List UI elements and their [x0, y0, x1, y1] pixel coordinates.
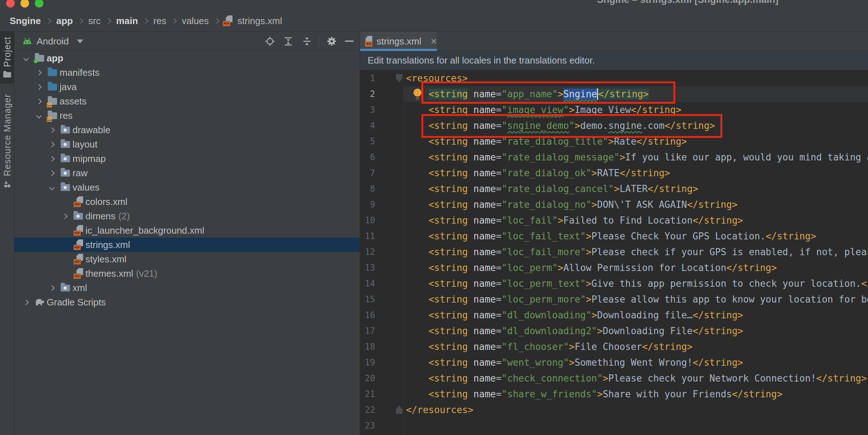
chevron-down-icon[interactable]	[23, 55, 29, 61]
line-number: 23	[360, 418, 375, 434]
xml-file-icon: <>	[74, 254, 83, 265]
gradle-elephant-icon	[34, 298, 45, 307]
chevron-right-icon[interactable]	[23, 299, 29, 305]
tree-item-label: mipmap	[73, 153, 106, 164]
f-res-folder-icon	[61, 155, 70, 162]
code-line-text: <string name="loc_perm_text">Give this a…	[406, 276, 868, 291]
breadcrumb-item-app[interactable]: app	[55, 15, 74, 27]
code-line-11: 11 <string name="loc_fail_text">Please C…	[360, 228, 868, 244]
code-line-6: 6 <string name="rate_dialog_message">If …	[360, 149, 868, 165]
tab-strings-xml[interactable]: <> strings.xml ×	[360, 32, 437, 51]
toolbar-separator	[319, 35, 319, 47]
breadcrumb-item-sngine[interactable]: Sngine	[8, 15, 42, 27]
f-res-folder-icon	[61, 285, 70, 291]
breadcrumb-separator-icon	[78, 18, 84, 24]
chevron-right-icon[interactable]	[62, 213, 67, 219]
tree-item-manifests[interactable]: manifests	[14, 65, 360, 80]
f-cfg-folder-icon	[48, 98, 57, 105]
tool-button-resource-manager-label: Resource Manager	[2, 94, 13, 176]
tree-item-assets[interactable]: assets	[14, 94, 360, 108]
chevron-right-icon[interactable]	[36, 98, 42, 104]
tree-item-drawable[interactable]: drawable	[14, 123, 360, 137]
project-panel-header: Android	[14, 32, 360, 51]
folder-icon	[3, 71, 11, 78]
f-app-folder-icon	[35, 55, 44, 62]
tree-item-res[interactable]: res	[14, 108, 360, 123]
close-tab-icon[interactable]: ×	[430, 37, 437, 46]
line-number: 17	[360, 323, 375, 339]
close-button[interactable]	[6, 0, 15, 8]
project-view-selector-label: Android	[37, 36, 69, 47]
code-line-text: <string name="loc_fail">Failed to Find L…	[406, 212, 868, 228]
tree-item-values[interactable]: values	[14, 180, 360, 195]
code-line-text: <string name="loc_perm_more">Please allo…	[406, 291, 868, 307]
xml-file-icon: <>	[223, 15, 233, 26]
tree-item-app[interactable]: app	[14, 51, 360, 65]
fold-marker-icon[interactable]	[396, 74, 402, 82]
breadcrumb-item-strings-xml[interactable]: strings.xml	[236, 15, 284, 27]
line-number: 4	[360, 118, 375, 134]
editor-tab-bar: <> strings.xml ×	[360, 32, 868, 51]
tree-item-raw[interactable]: raw	[14, 166, 360, 180]
annotation-box-sngine-demo	[421, 114, 722, 138]
f-res-folder-icon	[61, 141, 70, 148]
settings-gear-icon[interactable]	[327, 37, 336, 46]
tree-item-xml[interactable]: xml	[14, 281, 360, 295]
f-res-folder-icon	[61, 184, 70, 191]
tree-item-strings-xml[interactable]: <>strings.xml	[14, 238, 360, 252]
chevron-right-icon[interactable]	[36, 84, 42, 90]
chevron-right-icon[interactable]	[49, 127, 55, 133]
breadcrumb-item-res[interactable]: res	[152, 15, 168, 27]
line-number: 22	[360, 402, 375, 418]
tree-item-java[interactable]: java	[14, 80, 360, 94]
chevron-right-icon[interactable]	[49, 170, 55, 176]
chevron-right-icon[interactable]	[36, 70, 42, 75]
tree-item-colors-xml[interactable]: <>colors.xml	[14, 195, 360, 209]
tree-item-mipmap[interactable]: mipmap	[14, 151, 360, 166]
breadcrumb-separator-icon	[214, 18, 219, 24]
line-number: 7	[360, 165, 375, 181]
code-line-9: 9 <string name="rate_dialog_no">DON\'T A…	[360, 197, 868, 212]
line-number: 2	[360, 86, 375, 102]
tree-item-label: Gradle Scripts	[47, 297, 106, 308]
tree-item-themes-xml[interactable]: <>themes.xml(v21)	[14, 266, 360, 281]
locate-icon[interactable]	[265, 37, 275, 46]
chevron-down-icon[interactable]	[49, 184, 55, 190]
code-line-8: 8 <string name="rate_dialog_cancel">LATE…	[360, 181, 868, 197]
chevron-right-icon[interactable]	[49, 141, 55, 147]
breadcrumb-item-src[interactable]: src	[87, 15, 102, 27]
minimize-button[interactable]	[20, 0, 29, 8]
project-view-selector[interactable]: Android	[22, 32, 83, 51]
zoom-button[interactable]	[35, 0, 43, 8]
translations-banner-text: Edit translations for all locales in the…	[368, 55, 595, 66]
tree-item-gradle-scripts[interactable]: Gradle Scripts	[14, 295, 360, 309]
f-blue-folder-icon	[48, 84, 57, 90]
hide-panel-icon[interactable]	[345, 41, 354, 50]
translations-banner: Edit translations for all locales in the…	[360, 51, 868, 70]
tool-button-resource-manager[interactable]: Resource Manager	[0, 89, 14, 207]
f-res-folder-icon	[61, 127, 70, 134]
chevron-right-icon[interactable]	[49, 285, 55, 291]
chevron-down-icon[interactable]	[36, 113, 42, 118]
tool-button-project[interactable]: Project	[0, 32, 14, 84]
tree-item-layout[interactable]: layout	[14, 137, 360, 151]
window-title: Sngine – strings.xml [Sngine.app.main]	[597, 0, 779, 5]
code-line-23: 23	[360, 418, 868, 434]
breadcrumb-item-main[interactable]: main	[115, 15, 140, 27]
breadcrumb-item-values[interactable]: values	[180, 15, 210, 27]
tree-item-label: drawable	[73, 125, 111, 136]
line-number: 19	[360, 355, 375, 370]
code-line-15: 15 <string name="loc_perm_more">Please a…	[360, 291, 868, 307]
tree-item-ic-launcher-background-xml[interactable]: <>ic_launcher_background.xml	[14, 223, 360, 238]
collapse-all-icon[interactable]	[302, 37, 312, 46]
tree-item-styles-xml[interactable]: <>styles.xml	[14, 252, 360, 266]
fold-marker-icon[interactable]	[396, 406, 402, 414]
expand-all-icon[interactable]	[284, 37, 293, 46]
tree-item-label: dimens	[85, 211, 116, 222]
tree-item-label: ic_launcher_background.xml	[85, 225, 204, 236]
chevron-right-icon[interactable]	[49, 156, 55, 162]
tree-item-label: manifests	[60, 67, 99, 78]
tree-item-label: strings.xml	[85, 239, 130, 251]
tab-label: strings.xml	[377, 36, 421, 47]
tree-item-dimens[interactable]: dimens(2)	[14, 209, 360, 223]
